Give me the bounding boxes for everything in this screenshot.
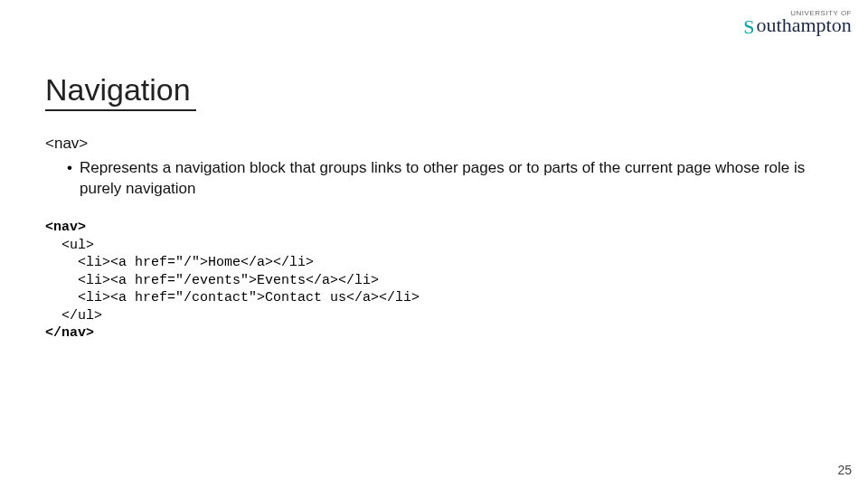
dolphin-icon: S	[743, 17, 754, 37]
slide-title: Navigation	[45, 72, 196, 111]
logo-line2: Southampton	[743, 15, 852, 35]
code-example: <nav> <ul> <li><a href="/">Home</a></li>…	[45, 219, 420, 343]
code-line-6: </ul>	[45, 308, 102, 324]
code-line-2: <ul>	[45, 238, 94, 253]
content-block: <nav> Represents a navigation block that…	[45, 134, 832, 200]
code-line-1: <nav>	[45, 220, 86, 235]
university-logo: UNIVERSITY OF Southampton	[743, 9, 852, 35]
nav-tag-line: <nav>	[45, 134, 832, 155]
code-line-3: <li><a href="/">Home</a></li>	[45, 255, 314, 270]
logo-rest: outhampton	[757, 14, 852, 36]
code-line-5: <li><a href="/contact">Contact us</a></l…	[45, 290, 420, 305]
slide: UNIVERSITY OF Southampton Navigation <na…	[0, 0, 868, 488]
code-line-4: <li><a href="/events">Events</a></li>	[45, 273, 379, 288]
page-number: 25	[837, 463, 852, 477]
bullet-description: Represents a navigation block that group…	[67, 158, 832, 200]
code-line-7: </nav>	[45, 325, 94, 341]
